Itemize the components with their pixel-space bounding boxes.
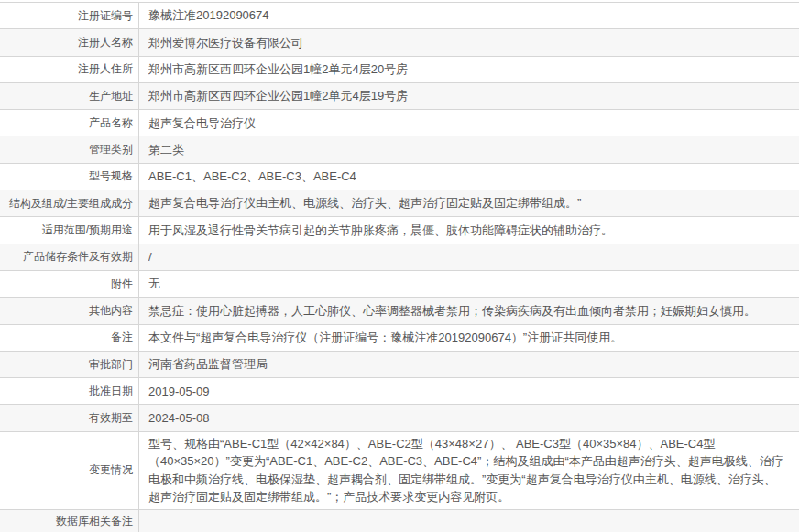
row-value: 郑州爱博尔医疗设备有限公司	[148, 34, 303, 52]
row-label-cell: 有效期至	[0, 405, 139, 430]
table-row-attachment: 附件 无	[0, 270, 799, 297]
table-row-management-class: 管理类别 第二类	[0, 136, 799, 162]
row-label-cell: 注册人名称	[0, 29, 139, 55]
row-value: 2024-05-08	[148, 409, 210, 428]
row-value-cell: 型号、规格由“ABE-C1型（42×42×84）、ABE-C2型（43×48×2…	[139, 432, 799, 509]
row-label: 管理类别	[89, 142, 133, 157]
row-value: 型号、规格由“ABE-C1型（42×42×84）、ABE-C2型（43×48×2…	[148, 435, 786, 506]
row-label: 其他内容	[89, 303, 133, 319]
row-label: 审批部门	[89, 357, 133, 373]
row-label-cell: 其他内容	[0, 298, 139, 323]
row-label-cell: 适用范围/预期用途	[0, 217, 139, 243]
row-value: 豫械注准20192090674	[148, 6, 269, 25]
row-value-cell: /	[139, 244, 799, 270]
row-value-cell: 河南省药品监督管理局	[139, 352, 799, 377]
row-label: 注册证编号	[78, 8, 133, 24]
row-value-cell: 本文件与“超声复合电导治疗仪（注册证编号：豫械注准20192090674）”注册…	[139, 325, 799, 351]
row-label: 产品名称	[89, 115, 133, 131]
row-value-cell: 郑州市高新区西四环企业公园1幢2单元4层19号房	[139, 83, 799, 109]
table-row-remark: 备注 本文件与“超声复合电导治疗仪（注册证编号：豫械注准20192090674）…	[0, 324, 799, 351]
row-value: 郑州市高新区西四环企业公园1幢2单元4层20号房	[148, 60, 408, 79]
table-row-approval-date: 批准日期 2019-05-09	[0, 377, 799, 404]
table-row-structure-composition: 结构及组成/主要组成成分 超声复合电导治疗仪由主机、电源线、治疗头、超声治疗固定…	[0, 190, 799, 216]
table-row-approval-department: 审批部门 河南省药品监督管理局	[0, 351, 799, 377]
row-label: 变更情况	[89, 462, 133, 478]
row-label: 结构及组成/主要组成成分	[9, 196, 133, 212]
row-label: 注册人住所	[78, 61, 133, 77]
table-row-reg-number: 注册证编号 豫械注准20192090674	[0, 2, 799, 28]
row-value-cell	[139, 510, 799, 532]
row-label: 适用范围/预期用途	[42, 223, 133, 238]
row-label-cell: 产品储存条件及有效期	[0, 244, 139, 270]
row-label-cell: 批准日期	[0, 378, 139, 404]
row-label: 生产地址	[89, 89, 133, 104]
row-label-cell: 审批部门	[0, 352, 139, 377]
row-label-cell: 注册证编号	[0, 3, 139, 28]
row-value: 超声复合电导治疗仪由主机、电源线、治疗头、超声治疗固定贴及固定绑带组成。”	[148, 194, 581, 212]
table-row-intended-use: 适用范围/预期用途 用于风湿及退行性骨关节病引起的关节肿胀疼痛，晨僵、肢体功能障…	[0, 216, 799, 243]
table-row-production-address: 生产地址 郑州市高新区西四环企业公园1幢2单元4层19号房	[0, 82, 799, 109]
row-label-cell: 备注	[0, 325, 139, 351]
row-value-cell: 超声复合电导治疗仪	[139, 110, 799, 136]
table-row-product-name: 产品名称 超声复合电导治疗仪	[0, 109, 799, 136]
row-value-cell: 郑州市高新区西四环企业公园1幢2单元4层20号房	[139, 57, 799, 82]
row-label-cell: 注册人住所	[0, 57, 139, 82]
row-label: 备注	[111, 330, 133, 345]
row-value: 河南省药品监督管理局	[148, 355, 268, 374]
row-value: 第二类	[148, 141, 184, 159]
table-row-model-spec: 型号规格 ABE-C1、ABE-C2、ABE-C3、ABE-C4	[0, 163, 799, 190]
row-value: 2019-05-09	[148, 383, 210, 401]
row-value: 用于风湿及退行性骨关节病引起的关节肿胀疼痛，晨僵、肢体功能障碍症状的辅助治疗。	[148, 222, 613, 240]
row-label: 数据库相关备注	[56, 514, 133, 529]
row-value: 禁忌症：使用心脏起搏器，人工心肺仪、心率调整器械者禁用；传染病疾病及有出血倾向者…	[148, 302, 756, 320]
row-value-cell: 2024-05-08	[139, 405, 799, 430]
table-row-valid-until: 有效期至 2024-05-08	[0, 404, 799, 430]
row-label-cell: 生产地址	[0, 83, 139, 109]
table-row-registrant-name: 注册人名称 郑州爱博尔医疗设备有限公司	[0, 28, 799, 55]
row-label: 产品储存条件及有效期	[23, 249, 133, 265]
row-label-cell: 结构及组成/主要组成成分	[0, 190, 139, 216]
row-label: 附件	[111, 277, 133, 292]
row-label-cell: 附件	[0, 271, 139, 297]
row-value-cell: 郑州爱博尔医疗设备有限公司	[139, 29, 799, 55]
registration-info-table: 注册证编号 豫械注准20192090674 注册人名称 郑州爱博尔医疗设备有限公…	[0, 2, 799, 532]
table-row-database-remark: 数据库相关备注	[0, 509, 799, 532]
table-row-registrant-address: 注册人住所 郑州市高新区西四环企业公园1幢2单元4层20号房	[0, 56, 799, 82]
row-value-cell: 超声复合电导治疗仪由主机、电源线、治疗头、超声治疗固定贴及固定绑带组成。”	[139, 190, 799, 216]
table-row-other-content: 其他内容 禁忌症：使用心脏起搏器，人工心肺仪、心率调整器械者禁用；传染病疾病及有…	[0, 297, 799, 323]
row-value: 本文件与“超声复合电导治疗仪（注册证编号：豫械注准20192090674）”注册…	[148, 329, 622, 347]
row-label-cell: 变更情况	[0, 432, 139, 509]
table-row-change-status: 变更情况 型号、规格由“ABE-C1型（42×42×84）、ABE-C2型（43…	[0, 431, 799, 509]
row-value-cell: 第二类	[139, 136, 799, 162]
row-label-cell: 数据库相关备注	[0, 510, 139, 532]
row-label: 批准日期	[89, 384, 133, 399]
row-value: 无	[148, 275, 160, 293]
row-value-cell: 豫械注准20192090674	[139, 3, 799, 28]
row-label: 有效期至	[89, 410, 133, 426]
row-value: 超声复合电导治疗仪	[148, 114, 256, 133]
row-label-cell: 产品名称	[0, 110, 139, 136]
row-value-cell: 用于风湿及退行性骨关节病引起的关节肿胀疼痛，晨僵、肢体功能障碍症状的辅助治疗。	[139, 217, 799, 243]
table-row-storage-validity: 产品储存条件及有效期 /	[0, 244, 799, 270]
row-value-cell: 2019-05-09	[139, 378, 799, 404]
row-value-cell: 无	[139, 271, 799, 297]
row-label-cell: 型号规格	[0, 164, 139, 190]
row-value: /	[148, 248, 152, 266]
row-value: ABE-C1、ABE-C2、ABE-C3、ABE-C4	[148, 168, 356, 186]
row-value-cell: ABE-C1、ABE-C2、ABE-C3、ABE-C4	[139, 164, 799, 190]
row-label: 型号规格	[89, 168, 133, 184]
row-label: 注册人名称	[78, 35, 133, 50]
row-value-cell: 禁忌症：使用心脏起搏器，人工心肺仪、心率调整器械者禁用；传染病疾病及有出血倾向者…	[139, 298, 799, 323]
row-label-cell: 管理类别	[0, 136, 139, 162]
row-value: 郑州市高新区西四环企业公园1幢2单元4层19号房	[148, 87, 408, 105]
